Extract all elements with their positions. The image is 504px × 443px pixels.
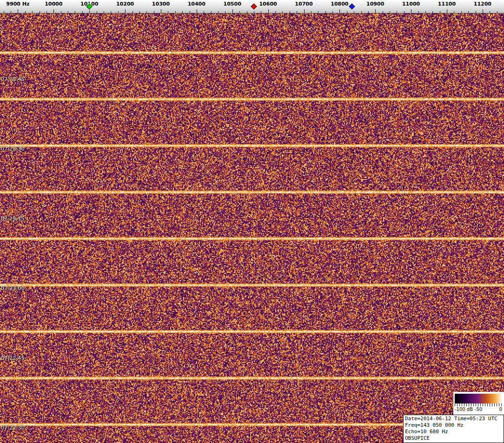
freq-tick (247, 11, 247, 13)
freq-tick (125, 9, 126, 13)
freq-tick (225, 11, 225, 13)
freq-tick (454, 11, 454, 13)
freq-tick (432, 11, 433, 13)
freq-tick (447, 9, 447, 13)
freq-tick (197, 9, 197, 13)
time-label: 07:23:00 (1, 285, 25, 291)
freq-tick (61, 11, 61, 13)
freq-tick (75, 11, 75, 13)
freq-tick-label: 10800 (331, 1, 348, 7)
freq-tick (111, 11, 111, 13)
time-label: 07:23:15 (1, 216, 25, 222)
freq-tick (332, 11, 333, 13)
freq-tick (254, 11, 254, 13)
freq-tick (304, 9, 305, 13)
freq-tick-label: 9900 Hz (6, 1, 29, 7)
colorbar-gradient (455, 394, 502, 403)
freq-tick (468, 11, 469, 13)
freq-tick (175, 11, 176, 13)
spectrogram-canvas[interactable] (0, 13, 504, 443)
freq-tick (53, 9, 54, 13)
freq-tick-label: 10900 (366, 1, 384, 7)
freq-tick (318, 11, 318, 13)
freq-tick (68, 11, 68, 13)
freq-tick (368, 11, 369, 13)
freq-tick (104, 11, 104, 13)
freq-marker-blue[interactable] (349, 3, 355, 10)
freq-tick (146, 11, 147, 13)
freq-tick (190, 11, 190, 13)
freq-tick (232, 9, 233, 13)
freq-tick (239, 11, 240, 13)
freq-tick (418, 11, 419, 13)
freq-tick (404, 11, 405, 13)
freq-tick (461, 11, 462, 13)
freq-tick (390, 11, 390, 13)
freq-tick (354, 11, 354, 13)
freq-tick (339, 9, 340, 13)
time-label: 07:23:30 (1, 146, 25, 152)
freq-tick (311, 11, 312, 13)
freq-tick (46, 11, 47, 13)
freq-tick (211, 11, 212, 13)
freq-tick (411, 9, 411, 13)
freq-tick (268, 9, 269, 13)
colorbar-label-mid: -50 (475, 407, 482, 412)
info-line-freq: Freq=143 050 000 Hz (405, 422, 502, 429)
freq-tick (325, 11, 326, 13)
freq-tick-label: 10700 (295, 1, 312, 7)
freq-tick-label: 10000 (45, 1, 62, 7)
colorbar: -100 dB -50 0 (453, 392, 504, 415)
freq-tick (4, 11, 4, 13)
freq-tick (32, 11, 33, 13)
freq-tick (361, 11, 362, 13)
info-box: Date=2014-06-12 Time=05:23 UTC Freq=143 … (403, 415, 504, 443)
colorbar-label-min: -100 dB (455, 407, 473, 412)
freq-tick-label: 11000 (402, 1, 420, 7)
freq-tick (490, 11, 490, 13)
freq-tick (25, 11, 26, 13)
freq-tick (11, 11, 11, 13)
freq-tick-label: 10400 (188, 1, 206, 7)
freq-tick-label: 10600 (259, 1, 277, 7)
freq-tick (133, 11, 133, 13)
freq-tick-label: 11200 (474, 1, 491, 7)
freq-tick (383, 11, 383, 13)
freq-tick (40, 11, 40, 13)
freq-tick (161, 9, 161, 13)
freq-tick-label: 10500 (224, 1, 241, 7)
freq-tick (97, 11, 97, 13)
freq-tick (204, 11, 204, 13)
freq-tick (261, 11, 261, 13)
freq-tick-label: 10200 (116, 1, 134, 7)
frequency-axis[interactable]: 9900 Hz100001010010200103001040010500106… (0, 0, 504, 13)
freq-tick-label: 10300 (152, 1, 170, 7)
freq-tick (118, 11, 119, 13)
freq-tick (182, 11, 183, 13)
freq-tick (476, 11, 476, 13)
info-line-station: OBSUPICE (405, 435, 502, 442)
freq-tick (425, 11, 426, 13)
time-label: 07:23:45 (1, 76, 25, 82)
freq-tick (18, 9, 18, 13)
colorbar-ticks (455, 403, 502, 406)
freq-tick-label: 11100 (438, 1, 456, 7)
freq-tick (89, 9, 90, 13)
freq-tick (297, 11, 297, 13)
spectrogram-app: 9900 Hz100001010010200103001040010500106… (0, 0, 504, 443)
spectrogram-area[interactable]: 07:23:4507:23:3007:23:1507:23:0007:22:45… (0, 13, 504, 443)
freq-tick (282, 11, 283, 13)
info-line-datetime: Date=2014-06-12 Time=05:23 UTC (405, 416, 502, 422)
info-line-echo: Echo=10 600 Hz (405, 429, 502, 435)
freq-tick (82, 11, 83, 13)
time-label: 07:22:45 (1, 355, 25, 361)
freq-tick (497, 11, 497, 13)
freq-tick (218, 11, 219, 13)
colorbar-label-max: 0 (499, 407, 502, 412)
freq-tick (347, 11, 347, 13)
freq-tick (275, 11, 276, 13)
freq-tick (290, 11, 290, 13)
freq-marker-red[interactable] (251, 3, 257, 10)
freq-tick (440, 11, 440, 13)
freq-tick (483, 9, 483, 13)
